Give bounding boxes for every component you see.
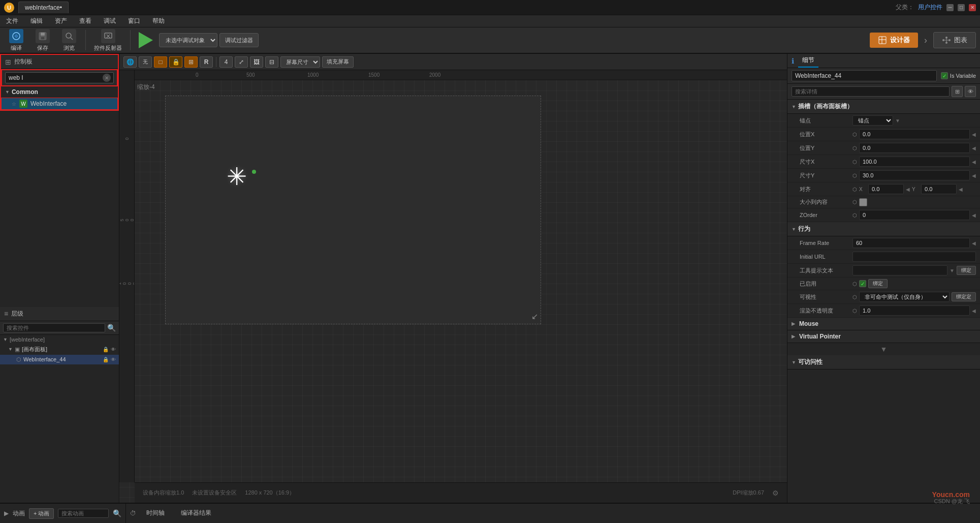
tree-eye-wi-icon[interactable]: 👁 <box>111 357 116 362</box>
initialurl-input[interactable] <box>852 252 976 262</box>
palette-search-input[interactable] <box>5 72 114 83</box>
opacity-arrow-icon[interactable]: ◀ <box>972 308 976 314</box>
r-canvas-btn[interactable]: R <box>200 56 213 68</box>
no-canvas-btn[interactable]: 无 <box>139 56 152 68</box>
visibility-link-icon[interactable]: ⬡ <box>852 294 857 300</box>
menu-edit[interactable]: 编辑 <box>28 16 45 26</box>
animation-search-icon[interactable]: 🔍 <box>113 509 121 517</box>
enabled-checkbox[interactable]: ✓ <box>859 280 866 287</box>
tab-compiler-results[interactable]: 编译器结果 <box>175 507 217 520</box>
hierarchy-search-input[interactable] <box>3 323 105 332</box>
scroll-down-icon[interactable]: ▼ <box>880 345 888 353</box>
close-btn[interactable]: ✕ <box>969 4 976 11</box>
posx-link-icon[interactable]: ⬡ <box>852 132 857 137</box>
section-behavior[interactable]: 行为 <box>787 222 980 236</box>
menu-view[interactable]: 查看 <box>77 16 93 26</box>
section-virtual-pointer[interactable]: Virtual Pointer <box>787 330 980 343</box>
zorder-arrow-icon[interactable]: ◀ <box>972 212 976 218</box>
minimize-btn[interactable]: ─ <box>946 4 954 11</box>
screen-size-dropdown[interactable]: 屏幕尺寸 <box>280 56 320 68</box>
palette-search-clear[interactable]: ✕ <box>103 74 111 82</box>
menu-window[interactable]: 窗口 <box>126 16 142 26</box>
widget-handle[interactable] <box>252 170 256 174</box>
framerate-arrow-icon[interactable]: ◀ <box>972 240 976 246</box>
reflector-button[interactable]: 控件反射器 <box>90 27 126 54</box>
sizex-link-icon[interactable]: ⬡ <box>852 159 857 165</box>
opacity-input[interactable] <box>859 305 970 316</box>
sizey-arrow-icon[interactable]: ◀ <box>972 173 976 178</box>
section-accessibility[interactable]: 可访问性 <box>787 355 980 370</box>
posy-arrow-icon[interactable]: ◀ <box>972 145 976 151</box>
debug-filter-button[interactable]: 调试过滤器 <box>219 33 259 47</box>
menu-file[interactable]: 文件 <box>4 16 20 26</box>
lock-canvas-btn[interactable]: 🔒 <box>169 56 182 68</box>
sizex-arrow-icon[interactable]: ◀ <box>972 159 976 165</box>
palette-section-common[interactable]: Common <box>1 86 118 98</box>
sizex-input[interactable] <box>859 157 970 167</box>
tab-details[interactable]: 细节 <box>798 54 818 68</box>
resize-handle-icon[interactable]: ↙ <box>531 312 538 321</box>
debug-target-dropdown[interactable]: 未选中调试对象 <box>159 33 217 47</box>
visibility-bind-button[interactable]: 绑定定 <box>952 292 976 301</box>
fitcontent-link-icon[interactable]: ⬡ <box>852 199 857 205</box>
align-link-icon[interactable]: ⬡ <box>852 187 857 192</box>
align-y-arrow[interactable]: ◀ <box>959 187 963 192</box>
enabled-bind-button[interactable]: 绑定 <box>868 279 888 288</box>
tooltip-input[interactable] <box>852 265 947 275</box>
expand-canvas-icon[interactable]: ▼ <box>8 347 13 352</box>
menu-asset[interactable]: 资产 <box>53 16 69 26</box>
star-icon[interactable]: ☆ <box>12 101 16 107</box>
opacity-link-icon[interactable]: ⬡ <box>852 308 857 314</box>
is-variable-checkbox[interactable]: ✓ <box>941 72 948 79</box>
tree-lock-canvas-icon[interactable]: 🔒 <box>103 347 109 352</box>
arrows-canvas-btn[interactable]: ⤢ <box>235 56 248 68</box>
section-slots[interactable]: 插槽（画布面板槽） <box>787 100 980 114</box>
canvas-settings-icon[interactable]: ⚙ <box>772 489 779 497</box>
anchor-select[interactable]: 锚点 <box>852 115 893 126</box>
tree-eye-canvas-icon[interactable]: 👁 <box>111 347 116 352</box>
designer-mode-button[interactable]: 设计器 <box>870 33 918 48</box>
compile-button[interactable]: 编译 <box>4 27 28 54</box>
align-x-input[interactable] <box>868 184 904 194</box>
anchor-arrow-icon[interactable]: ▼ <box>895 118 900 124</box>
detail-eye-btn[interactable]: 👁 <box>965 86 976 97</box>
sizey-input[interactable] <box>859 170 970 180</box>
canvas-viewport[interactable]: 0 500 1000 1500 2000 0 500 1000 缩放-4 ✳ ↙ <box>119 70 787 503</box>
hierarchy-search-icon[interactable]: 🔍 <box>107 324 116 332</box>
aspect-canvas-btn[interactable]: ⊟ <box>265 56 278 68</box>
expand-canvas-btn[interactable]: 4 <box>219 56 233 68</box>
tree-item-webinterface44[interactable]: ⬡ WebInterface_44 🔒 👁 <box>0 355 119 364</box>
framerate-input[interactable] <box>852 238 970 248</box>
img-canvas-btn[interactable]: 🖼 <box>250 56 263 68</box>
palette-item-webinterface[interactable]: ☆ W WebInterface <box>1 98 118 110</box>
section-mouse[interactable]: Mouse <box>787 318 980 330</box>
posx-input[interactable] <box>859 129 970 139</box>
fill-screen-button[interactable]: 填充屏幕 <box>322 56 354 68</box>
zorder-link-icon[interactable]: ⬡ <box>852 212 857 218</box>
graph-mode-button[interactable]: 图表 <box>933 32 976 48</box>
fitcontent-swatch[interactable] <box>859 198 867 206</box>
globe-canvas-btn[interactable]: 🌐 <box>123 56 137 68</box>
tree-item-canvas[interactable]: ▼ ▣ [画布面板] 🔒 👁 <box>0 344 119 355</box>
title-tab[interactable]: webInterface• <box>18 2 69 13</box>
animation-search-input[interactable] <box>58 509 109 518</box>
tree-item-root[interactable]: ▼ [webInterface] <box>0 335 119 344</box>
save-button[interactable]: 保存 <box>30 27 55 54</box>
grid-canvas-btn[interactable]: ⊞ <box>184 56 198 68</box>
enabled-link-icon[interactable]: ⬡ <box>852 281 857 287</box>
align-y-input[interactable] <box>921 184 957 194</box>
menu-help[interactable]: 帮助 <box>150 16 167 26</box>
zorder-input[interactable] <box>859 210 970 220</box>
align-x-arrow[interactable]: ◀ <box>906 187 910 192</box>
detail-search-input[interactable] <box>792 86 950 97</box>
widget-name-input[interactable] <box>792 70 937 81</box>
visibility-select[interactable]: 非可命中测试（仅自身） <box>859 292 950 302</box>
tab-timeline[interactable]: 时间轴 <box>140 507 171 520</box>
run-button[interactable] <box>135 29 157 51</box>
tree-lock-wi-icon[interactable]: 🔒 <box>103 357 109 362</box>
posx-arrow-icon[interactable]: ◀ <box>972 132 976 137</box>
posy-input[interactable] <box>859 143 970 153</box>
expand-root-icon[interactable]: ▼ <box>3 337 8 342</box>
browse-button[interactable]: 浏览 <box>57 27 81 54</box>
detail-view-btn[interactable]: ⊞ <box>952 86 963 97</box>
